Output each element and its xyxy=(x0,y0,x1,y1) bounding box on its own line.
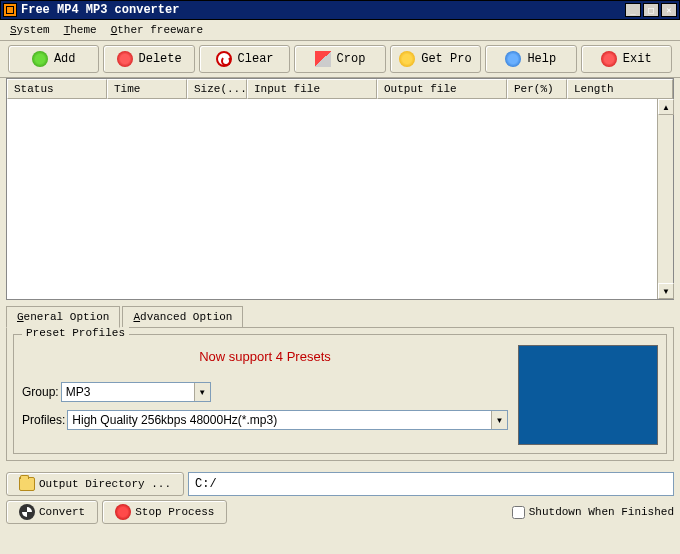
output-directory-input[interactable] xyxy=(188,472,674,496)
delete-icon xyxy=(117,51,133,67)
menu-other-freeware[interactable]: Other freeware xyxy=(105,22,209,38)
delete-label: Delete xyxy=(139,52,182,66)
exit-button[interactable]: Exit xyxy=(581,45,672,73)
pro-icon xyxy=(399,51,415,67)
col-size[interactable]: Size(... xyxy=(187,79,247,99)
outdir-label: Output Directory ... xyxy=(39,478,171,490)
help-icon xyxy=(505,51,521,67)
scroll-down-icon[interactable]: ▼ xyxy=(658,283,674,299)
profiles-combo[interactable]: High Quality 256kbps 48000Hz(*.mp3) ▼ xyxy=(67,410,508,430)
file-list: Status Time Size(... Input file Output f… xyxy=(6,78,674,300)
crop-icon xyxy=(315,51,331,67)
clear-button[interactable]: Clear xyxy=(199,45,290,73)
col-length[interactable]: Length xyxy=(567,79,673,99)
tab-panel: Preset Profiles Now support 4 Presets Gr… xyxy=(6,327,674,461)
add-button[interactable]: Add xyxy=(8,45,99,73)
menubar: System Theme Other freeware xyxy=(0,20,680,41)
tabs: General Option Advanced Option xyxy=(6,306,674,328)
group-label: Group: xyxy=(22,385,59,399)
output-directory-button[interactable]: Output Directory ... xyxy=(6,472,184,496)
preset-support-text: Now support 4 Presets xyxy=(22,349,508,364)
preset-legend: Preset Profiles xyxy=(22,327,129,339)
exit-label: Exit xyxy=(623,52,652,66)
profiles-value: High Quality 256kbps 48000Hz(*.mp3) xyxy=(72,413,277,427)
preview-box xyxy=(518,345,658,445)
get-pro-button[interactable]: Get Pro xyxy=(390,45,481,73)
col-status[interactable]: Status xyxy=(7,79,107,99)
window-title: Free MP4 MP3 converter xyxy=(21,3,625,17)
exit-icon xyxy=(601,51,617,67)
menu-theme[interactable]: Theme xyxy=(58,22,103,38)
footer: Output Directory ... Convert Stop Proces… xyxy=(0,468,680,528)
add-icon xyxy=(32,51,48,67)
crop-label: Crop xyxy=(337,52,366,66)
app-icon xyxy=(3,3,17,17)
minimize-button[interactable]: _ xyxy=(625,3,641,17)
clear-icon xyxy=(216,51,232,67)
stop-process-button[interactable]: Stop Process xyxy=(102,500,227,524)
tab-advanced-option[interactable]: Advanced Option xyxy=(122,306,243,328)
close-button[interactable]: ✕ xyxy=(661,3,677,17)
shutdown-checkbox[interactable] xyxy=(512,506,525,519)
col-output[interactable]: Output file xyxy=(377,79,507,99)
add-label: Add xyxy=(54,52,76,66)
folder-icon xyxy=(19,477,35,491)
delete-button[interactable]: Delete xyxy=(103,45,194,73)
convert-label: Convert xyxy=(39,506,85,518)
shutdown-text: Shutdown When Finished xyxy=(529,506,674,518)
menu-system[interactable]: System xyxy=(4,22,56,38)
titlebar[interactable]: Free MP4 MP3 converter _ □ ✕ xyxy=(0,0,680,20)
shutdown-checkbox-label[interactable]: Shutdown When Finished xyxy=(512,506,674,519)
scrollbar[interactable]: ▲ ▼ xyxy=(657,99,673,299)
getpro-label: Get Pro xyxy=(421,52,471,66)
crop-button[interactable]: Crop xyxy=(294,45,385,73)
col-per[interactable]: Per(%) xyxy=(507,79,567,99)
profiles-label: Profiles: xyxy=(22,413,65,427)
group-combo[interactable]: MP3 ▼ xyxy=(61,382,211,402)
toolbar: Add Delete Clear Crop Get Pro Help Exit xyxy=(0,41,680,78)
clear-label: Clear xyxy=(238,52,274,66)
chevron-down-icon: ▼ xyxy=(491,411,507,429)
scroll-up-icon[interactable]: ▲ xyxy=(658,99,674,115)
list-body[interactable]: ▲ ▼ xyxy=(7,99,673,299)
help-label: Help xyxy=(527,52,556,66)
tab-general-option[interactable]: General Option xyxy=(6,306,120,328)
group-value: MP3 xyxy=(66,385,91,399)
maximize-button[interactable]: □ xyxy=(643,3,659,17)
stop-icon xyxy=(115,504,131,520)
preset-profiles-group: Preset Profiles Now support 4 Presets Gr… xyxy=(13,334,667,454)
convert-button[interactable]: Convert xyxy=(6,500,98,524)
help-button[interactable]: Help xyxy=(485,45,576,73)
col-time[interactable]: Time xyxy=(107,79,187,99)
convert-icon xyxy=(19,504,35,520)
stop-label: Stop Process xyxy=(135,506,214,518)
col-input[interactable]: Input file xyxy=(247,79,377,99)
chevron-down-icon: ▼ xyxy=(194,383,210,401)
list-header: Status Time Size(... Input file Output f… xyxy=(7,79,673,99)
